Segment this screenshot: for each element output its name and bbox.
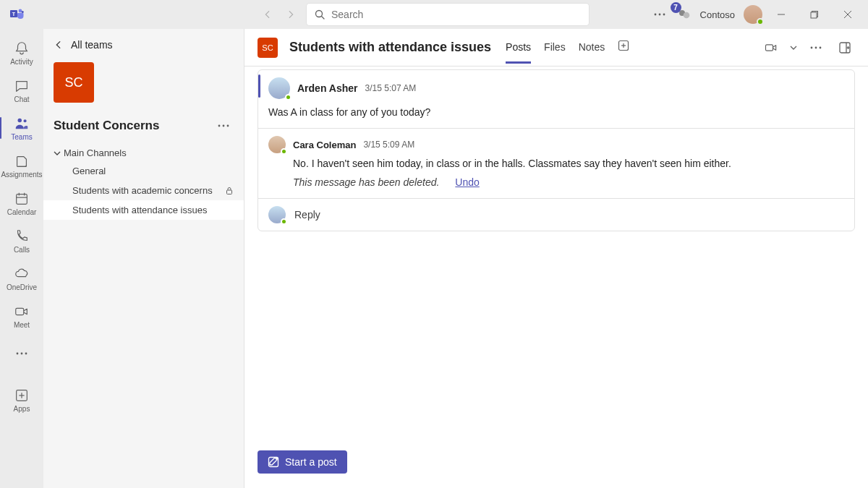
svg-point-2 (22, 11, 24, 13)
svg-line-5 (322, 17, 325, 20)
window-close-button[interactable] (833, 0, 862, 29)
channel-group-toggle[interactable]: Main Channels (43, 145, 244, 161)
team-name[interactable]: Student Concerns (54, 119, 159, 133)
svg-point-31 (227, 125, 229, 127)
channel-sidepanel: All teams SC Student Concerns Main Chann… (43, 29, 244, 488)
content-pane: SC Students with attendance issues Posts… (244, 29, 868, 488)
window-minimize-button[interactable] (767, 0, 796, 29)
tab-files[interactable]: Files (544, 31, 566, 64)
presence-indicator (757, 18, 764, 25)
self-avatar (268, 206, 286, 223)
rail-calls[interactable]: Calls (0, 223, 43, 259)
channel-header: SC Students with attendance issues Posts… (244, 29, 868, 67)
rail-teams[interactable]: Teams (0, 110, 43, 146)
svg-point-29 (218, 125, 221, 127)
tab-notes[interactable]: Notes (579, 31, 605, 64)
svg-point-25 (25, 353, 27, 355)
post-card: Arden Asher 3/15 5:07 AM Was A in class … (258, 69, 855, 231)
team-tile[interactable]: SC (54, 62, 94, 103)
compose-icon (268, 456, 279, 468)
channel-title: Students with attendance issues (289, 40, 491, 55)
reply-author-avatar[interactable] (268, 136, 286, 153)
chevron-left-icon (54, 40, 64, 50)
team-more-button[interactable] (213, 116, 234, 136)
window-maximize-button[interactable] (800, 0, 829, 29)
svg-rect-18 (17, 194, 27, 204)
undo-link[interactable]: Undo (455, 176, 479, 188)
presence-indicator (281, 218, 287, 225)
svg-point-8 (663, 14, 665, 16)
svg-rect-32 (227, 190, 232, 194)
post-timestamp: 3/15 5:07 AM (365, 83, 417, 93)
chevron-down-icon[interactable] (790, 44, 797, 51)
search-box[interactable] (307, 4, 589, 25)
svg-point-17 (24, 119, 27, 122)
rail-activity[interactable]: Activity (0, 35, 43, 71)
rail-onedrive[interactable]: OneDrive (0, 260, 43, 296)
svg-point-24 (21, 353, 23, 355)
all-teams-button[interactable]: All teams (43, 29, 244, 58)
svg-point-38 (815, 46, 817, 48)
title-bar: T 7 Contoso (0, 0, 868, 29)
start-post-label: Start a post (285, 456, 337, 468)
reply-item: Cara Coleman 3/15 5:09 AM No. I haven't … (258, 128, 854, 198)
unread-strip (258, 74, 260, 98)
reply-body: No. I haven't seen him today, in class o… (268, 153, 844, 169)
start-post-button[interactable]: Start a post (258, 450, 347, 474)
svg-point-7 (658, 14, 660, 16)
search-icon (314, 9, 326, 20)
svg-point-6 (654, 14, 656, 16)
more-button[interactable] (650, 4, 670, 25)
reply-label: Reply (294, 209, 320, 221)
nav-back-button[interactable] (258, 4, 278, 25)
svg-point-39 (820, 46, 822, 48)
all-teams-label: All teams (71, 39, 113, 51)
reply-timestamp: 3/15 5:09 AM (363, 140, 414, 150)
channel-more-button[interactable] (806, 38, 826, 58)
add-tab-button[interactable] (618, 31, 629, 64)
channel-academic-concerns[interactable]: Students with academic concerns (43, 181, 244, 200)
author-avatar[interactable] (268, 77, 290, 99)
svg-rect-36 (766, 44, 773, 50)
channel-general[interactable]: General (43, 161, 244, 181)
meet-button[interactable] (761, 38, 781, 58)
post-body: Was A in class for any of you today? (258, 99, 854, 128)
tab-posts[interactable]: Posts (506, 31, 531, 64)
caret-down-icon (54, 150, 61, 157)
rail-apps[interactable]: Apps (0, 382, 43, 418)
presence-indicator (285, 94, 292, 100)
search-input[interactable] (331, 9, 582, 20)
svg-point-30 (223, 125, 225, 127)
post-author[interactable]: Arden Asher (297, 82, 358, 94)
presence-indicator (281, 148, 287, 155)
svg-point-10 (683, 12, 689, 19)
reply-button[interactable]: Reply (258, 198, 854, 231)
svg-point-37 (811, 46, 813, 48)
teams-logo: T (9, 6, 26, 23)
rail-chat[interactable]: Chat (0, 72, 43, 108)
svg-point-16 (18, 118, 22, 122)
open-pane-button[interactable] (835, 38, 855, 58)
deleted-message-label: This message has been deleted. (293, 176, 439, 188)
rail-more[interactable] (0, 335, 43, 372)
org-name[interactable]: Contoso (700, 9, 735, 20)
notifications-button[interactable]: 7 (674, 4, 694, 25)
notifications-badge: 7 (671, 2, 681, 13)
rail-meet[interactable]: Meet (0, 298, 43, 334)
user-avatar[interactable] (744, 5, 762, 24)
svg-point-23 (17, 353, 19, 355)
channel-attendance-issues[interactable]: Students with attendance issues (43, 200, 244, 220)
lock-icon (225, 187, 234, 195)
svg-rect-13 (811, 12, 817, 18)
channel-tile: SC (258, 38, 278, 58)
reply-author[interactable]: Cara Coleman (293, 140, 356, 150)
app-rail: Activity Chat Teams Assignments Calendar… (0, 29, 43, 488)
rail-assignments[interactable]: Assignments (0, 147, 43, 184)
nav-forward-button[interactable] (281, 4, 301, 25)
rail-calendar[interactable]: Calendar (0, 185, 43, 221)
channel-group-label: Main Channels (64, 147, 127, 158)
svg-rect-22 (16, 308, 24, 314)
svg-text:T: T (12, 12, 16, 17)
